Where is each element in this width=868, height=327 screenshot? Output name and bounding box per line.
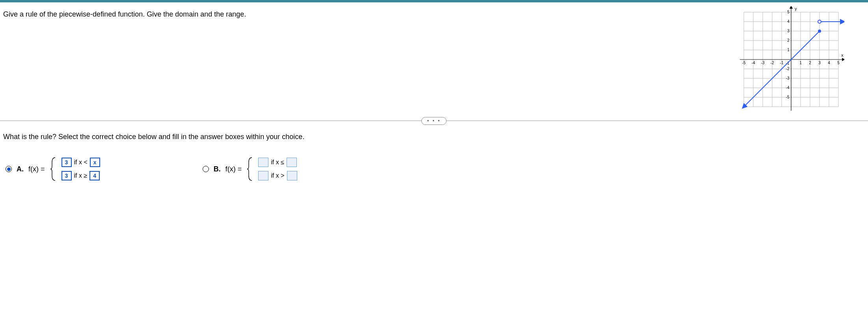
b-row2-cond: if x > xyxy=(271,172,284,179)
choice-a-pieces: if x < if x ≥ xyxy=(61,157,100,181)
b-row1-value-input[interactable] xyxy=(258,158,268,167)
choice-b-pieces: if x ≤ if x > xyxy=(258,157,297,181)
choice-a-label: A. xyxy=(17,165,24,173)
b-row2-value-input[interactable] xyxy=(258,171,268,180)
a-row1-cond: if x < xyxy=(74,159,88,166)
a-row2-cond: if x ≥ xyxy=(74,172,88,179)
svg-text:-5: -5 xyxy=(786,95,790,99)
svg-text:-1: -1 xyxy=(780,61,784,65)
svg-point-47 xyxy=(818,20,821,23)
svg-text:5: 5 xyxy=(837,61,840,65)
b-row1-bound-input[interactable] xyxy=(287,158,297,167)
svg-text:1: 1 xyxy=(799,61,802,65)
svg-text:-3: -3 xyxy=(786,76,790,80)
svg-text:-2: -2 xyxy=(771,61,774,65)
svg-text:4: 4 xyxy=(787,19,790,24)
b-row2-bound-input[interactable] xyxy=(287,171,297,180)
svg-text:1: 1 xyxy=(787,48,790,52)
a-row2-bound-input[interactable] xyxy=(89,171,100,180)
a-row2-value-input[interactable] xyxy=(61,171,72,180)
svg-text:-3: -3 xyxy=(761,61,765,65)
brace-icon xyxy=(246,157,253,181)
choice-a-prefix: f(x) = xyxy=(28,165,45,173)
choice-a[interactable]: A. f(x) = if x < if x ≥ xyxy=(6,157,100,181)
a-row1-bound-input[interactable] xyxy=(90,158,100,167)
section-divider: • • • xyxy=(0,121,868,121)
choices-container: A. f(x) = if x < if x ≥ B. f(x) = xyxy=(0,145,868,185)
piecewise-graph: -5-4-3-2-1 12345 54321 -1-2-3-4-5 y x xyxy=(738,6,844,113)
svg-text:-2: -2 xyxy=(786,67,790,71)
b-row1-cond: if x ≤ xyxy=(271,159,284,166)
question-area: Give a rule of the piecewise-defined fun… xyxy=(0,2,868,121)
svg-text:-5: -5 xyxy=(742,61,746,65)
radio-b[interactable] xyxy=(203,166,209,172)
radio-a[interactable] xyxy=(6,166,12,172)
svg-point-45 xyxy=(818,30,821,33)
choice-b-prefix: f(x) = xyxy=(225,165,242,173)
svg-text:3: 3 xyxy=(787,29,790,33)
question-text: Give a rule of the piecewise-defined fun… xyxy=(3,10,738,19)
svg-text:2: 2 xyxy=(809,61,811,65)
expand-pill[interactable]: • • • xyxy=(421,117,447,125)
svg-text:3: 3 xyxy=(818,61,821,65)
a-row1-value-input[interactable] xyxy=(61,158,72,167)
svg-text:x: x xyxy=(841,53,844,58)
svg-text:5: 5 xyxy=(787,10,790,14)
svg-text:-4: -4 xyxy=(752,61,755,65)
svg-text:2: 2 xyxy=(787,38,790,43)
svg-text:4: 4 xyxy=(828,61,830,65)
svg-text:y: y xyxy=(795,6,797,11)
choice-b-label: B. xyxy=(214,165,221,173)
choice-b[interactable]: B. f(x) = if x ≤ if x > xyxy=(203,157,297,181)
brace-icon xyxy=(50,157,57,181)
svg-text:-4: -4 xyxy=(786,85,790,90)
